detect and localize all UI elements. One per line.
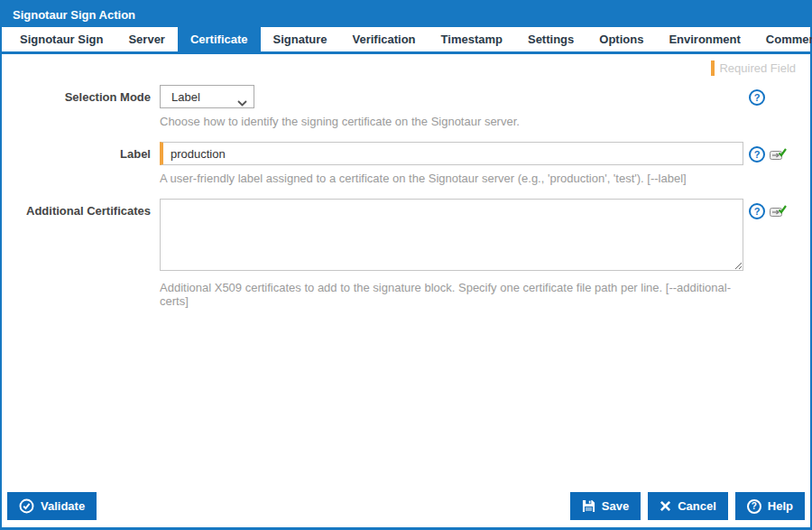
- question-mark-circle-icon: ?: [747, 499, 761, 514]
- additional-certs-textarea[interactable]: [160, 199, 743, 271]
- save-button[interactable]: Save: [570, 492, 641, 520]
- x-mark-icon: [660, 500, 671, 512]
- selection-mode-label: Selection Mode: [2, 85, 160, 104]
- label-help-icon[interactable]: ?: [749, 146, 765, 163]
- floppy-disk-icon: [582, 499, 595, 513]
- additional-certs-description: Additional X509 certificates to add to t…: [160, 281, 743, 308]
- label-row: Label A user-friendly label assigned to …: [2, 142, 810, 199]
- selection-mode-help-icon[interactable]: ?: [749, 89, 765, 106]
- validate-button[interactable]: Validate: [7, 492, 97, 520]
- required-marker-swatch: [711, 60, 715, 76]
- tab-verification[interactable]: Verification: [339, 27, 428, 51]
- help-button[interactable]: ? Help: [735, 492, 805, 520]
- additional-certs-row: Additional Certificates Additional X509 …: [2, 199, 810, 321]
- label-description: A user-friendly label assigned to a cert…: [160, 172, 743, 185]
- tab-comments[interactable]: Comments: [753, 27, 812, 51]
- selection-mode-select-wrap: Label: [160, 85, 254, 108]
- dialog-footer: Validate Save: [2, 487, 810, 527]
- tab-signotaur-sign[interactable]: Signotaur Sign: [7, 27, 115, 51]
- required-field-legend: Required Field: [711, 60, 796, 76]
- insert-variable-icon[interactable]: [770, 204, 787, 219]
- label-input[interactable]: [160, 142, 743, 165]
- tab-server[interactable]: Server: [115, 27, 177, 51]
- selection-mode-row: Selection Mode Label Choose how to ident…: [2, 85, 810, 142]
- tab-settings[interactable]: Settings: [515, 27, 586, 51]
- check-circle-icon: [19, 498, 34, 514]
- window-title: Signotaur Sign Action: [13, 8, 135, 22]
- tab-timestamp[interactable]: Timestamp: [429, 27, 515, 51]
- dialog-window: Signotaur Sign Action Signotaur Sign Ser…: [0, 0, 812, 530]
- label-field-label: Label: [2, 142, 160, 161]
- tab-options[interactable]: Options: [586, 27, 656, 51]
- title-bar: Signotaur Sign Action: [2, 2, 810, 27]
- selection-mode-description: Choose how to identify the signing certi…: [160, 115, 743, 128]
- tab-content-certificate: Required Field Selection Mode Label Choo…: [2, 54, 810, 487]
- insert-variable-icon[interactable]: [770, 147, 787, 162]
- tab-environment[interactable]: Environment: [656, 27, 752, 51]
- tab-signature[interactable]: Signature: [261, 27, 340, 51]
- additional-certs-help-icon[interactable]: ?: [749, 203, 765, 219]
- tab-certificate[interactable]: Certificate: [178, 27, 261, 51]
- tab-bar: Signotaur Sign Server Certificate Signat…: [2, 27, 810, 54]
- additional-certs-label: Additional Certificates: [2, 199, 160, 218]
- cancel-button[interactable]: Cancel: [648, 492, 728, 520]
- required-field-label: Required Field: [719, 61, 796, 75]
- selection-mode-select[interactable]: Label: [160, 85, 254, 108]
